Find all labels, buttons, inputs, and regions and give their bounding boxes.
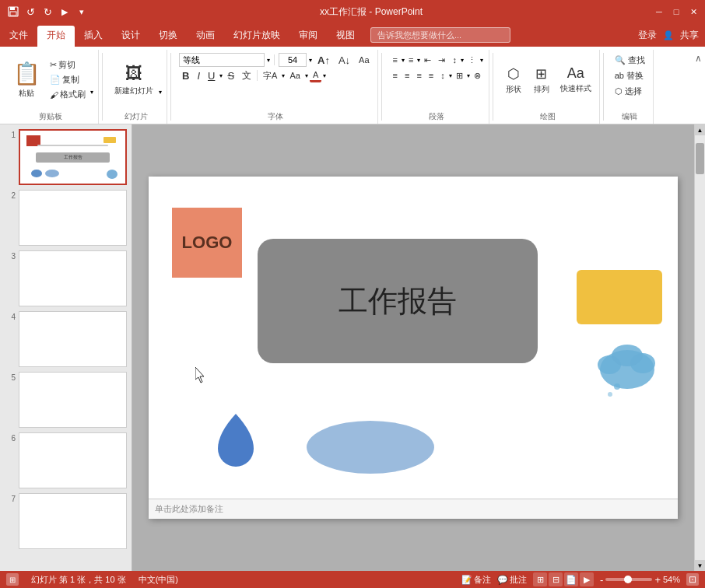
increase-indent-button[interactable]: ⇥ xyxy=(435,53,448,67)
text-direction-button[interactable]: ↕ xyxy=(437,68,448,82)
scroll-down-button[interactable]: ▼ xyxy=(695,560,706,571)
justify-button[interactable]: ≡ xyxy=(426,68,437,82)
menu-home[interactable]: 开始 xyxy=(37,26,75,47)
logo-box[interactable]: LOGO xyxy=(172,208,242,278)
font-name-input[interactable] xyxy=(179,53,265,67)
cloud-shape[interactable] xyxy=(592,340,662,398)
scroll-track[interactable] xyxy=(695,135,705,560)
login-button[interactable]: 登录 xyxy=(638,29,657,42)
slides-label: 幻灯片 xyxy=(125,110,148,124)
zoom-in-button[interactable]: + xyxy=(654,574,661,586)
save-icon[interactable] xyxy=(6,5,20,19)
menu-view[interactable]: 视图 xyxy=(327,23,364,47)
customize-icon[interactable]: ▾ xyxy=(75,5,89,19)
numbered-list-button[interactable]: ≡ xyxy=(405,53,416,67)
font-color-button[interactable]: A xyxy=(310,68,321,82)
text-align-button[interactable]: ⊞ xyxy=(453,68,466,82)
undo-icon[interactable]: ↺ xyxy=(23,5,37,19)
menu-file[interactable]: 文件 xyxy=(0,23,37,47)
menu-right: 登录 👤 共享 xyxy=(638,23,705,47)
quick-styles-button[interactable]: Aa 快速样式 xyxy=(557,58,595,102)
paragraph-label: 段落 xyxy=(429,110,444,124)
share-button[interactable]: 共享 xyxy=(680,29,699,42)
bullet-list-button[interactable]: ≡ xyxy=(390,53,401,67)
smartart-button[interactable]: ⊗ xyxy=(471,68,484,82)
align-left-button[interactable]: ≡ xyxy=(390,68,401,82)
select-button[interactable]: ⬡选择 xyxy=(612,84,645,98)
notes-bar[interactable]: 单击此处添加备注 xyxy=(149,499,678,519)
main-title-box[interactable]: 工作报告 xyxy=(258,239,538,363)
slide-thumb-6[interactable]: 6 xyxy=(3,431,128,490)
restore-button[interactable]: □ xyxy=(671,6,682,17)
oval-shape[interactable] xyxy=(304,418,437,476)
slide-thumb-2[interactable]: 2 xyxy=(3,188,128,247)
line-spacing-button[interactable]: ↕ xyxy=(449,53,460,67)
new-slide-button[interactable]: 🖼 新建幻灯片 xyxy=(110,58,157,102)
drop-shape[interactable] xyxy=(211,410,261,472)
font-spacing-button[interactable]: 字A xyxy=(260,68,280,82)
slide-thumb-5[interactable]: 5 xyxy=(3,370,128,429)
yellow-rect[interactable] xyxy=(577,270,662,324)
menu-review[interactable]: 审阅 xyxy=(289,23,327,47)
vertical-scrollbar[interactable]: ▲ ▼ xyxy=(694,124,705,571)
fit-slide-button[interactable]: ⊡ xyxy=(686,573,699,586)
menu-animations[interactable]: 动画 xyxy=(187,23,224,47)
comments-label: 批注 xyxy=(510,574,527,586)
present-icon[interactable]: ▶ xyxy=(58,5,72,19)
reading-view-button[interactable]: 📄 xyxy=(564,572,578,586)
search-input[interactable] xyxy=(370,27,510,43)
italic-button[interactable]: I xyxy=(194,68,203,82)
status-bar: ⊞ 幻灯片 第 1 张，共 10 张 中文(中国) 📝 备注 💬 批注 ⊞ ⊟ … xyxy=(0,571,705,588)
increase-font-button[interactable]: A↑ xyxy=(314,53,333,67)
align-center-button[interactable]: ≡ xyxy=(402,68,412,82)
close-button[interactable]: ✕ xyxy=(688,6,699,17)
collapse-ribbon-button[interactable]: ∧ xyxy=(695,53,702,64)
ribbon: 📋 粘贴 ✂剪切 📄复制 🖌格式刷 ▾ 剪贴板 xyxy=(0,47,705,124)
notes-toggle[interactable]: 📝 备注 xyxy=(461,574,491,586)
menu-transitions[interactable]: 切换 xyxy=(149,23,187,47)
decrease-indent-button[interactable]: ⇤ xyxy=(421,53,434,67)
replace-button[interactable]: ab替换 xyxy=(612,68,647,82)
arrange-button[interactable]: ⊞ 排列 xyxy=(529,58,554,102)
canvas-area[interactable]: LOGO 工作报告 xyxy=(132,124,694,571)
comments-toggle[interactable]: 💬 批注 xyxy=(497,574,527,586)
slide-thumb-1[interactable]: 1 工作报告 ★ xyxy=(3,128,128,187)
normal-view-button[interactable]: ⊞ xyxy=(533,572,547,586)
align-right-button[interactable]: ≡ xyxy=(413,68,424,82)
shapes-button[interactable]: ⬡ 形状 xyxy=(501,58,526,102)
view-controls: ⊞ ⊟ 📄 ▶ xyxy=(533,572,594,586)
title-bar-right: ─ □ ✕ xyxy=(654,6,699,17)
slide-thumb-4[interactable]: 4 xyxy=(3,310,128,369)
menu-bar: 文件 开始 插入 设计 切换 动画 幻灯片放映 审阅 视图 登录 👤 共享 xyxy=(0,23,705,47)
underline-button[interactable]: U xyxy=(205,68,218,82)
format-painter-button[interactable]: 🖌格式刷 xyxy=(47,88,89,102)
scroll-up-button[interactable]: ▲ xyxy=(695,124,706,135)
slide-preview-6 xyxy=(19,432,127,488)
scroll-thumb[interactable] xyxy=(696,143,704,174)
copy-button[interactable]: 📄复制 xyxy=(47,73,89,87)
slide-preview-3 xyxy=(19,250,127,306)
cut-button[interactable]: ✂剪切 xyxy=(47,58,89,72)
redo-icon[interactable]: ↻ xyxy=(40,5,54,19)
slide-thumb-3[interactable]: 3 xyxy=(3,249,128,308)
decrease-font-button[interactable]: A↓ xyxy=(335,53,353,67)
slideshow-button[interactable]: ▶ xyxy=(580,572,594,586)
menu-insert[interactable]: 插入 xyxy=(75,23,112,47)
change-case-button[interactable]: Aa xyxy=(286,68,303,82)
shadow-button[interactable]: 文 xyxy=(239,68,254,82)
font-size-input[interactable] xyxy=(279,53,307,67)
slide-thumb-7[interactable]: 7 xyxy=(3,492,128,551)
slide-preview-5 xyxy=(19,372,127,428)
zoom-out-button[interactable]: - xyxy=(600,574,603,586)
slide-sorter-button[interactable]: ⊟ xyxy=(549,572,563,586)
zoom-slider[interactable] xyxy=(605,578,652,581)
find-button[interactable]: 🔍查找 xyxy=(612,53,648,67)
column-button[interactable]: ⋮ xyxy=(465,53,479,67)
menu-design[interactable]: 设计 xyxy=(112,23,149,47)
clear-format-button[interactable]: Aa xyxy=(356,53,372,67)
strikethrough-button[interactable]: S xyxy=(224,68,237,82)
bold-button[interactable]: B xyxy=(179,68,192,82)
menu-slideshow[interactable]: 幻灯片放映 xyxy=(224,23,289,47)
paste-button[interactable]: 📋 粘贴 xyxy=(8,58,45,102)
minimize-button[interactable]: ─ xyxy=(654,6,665,17)
